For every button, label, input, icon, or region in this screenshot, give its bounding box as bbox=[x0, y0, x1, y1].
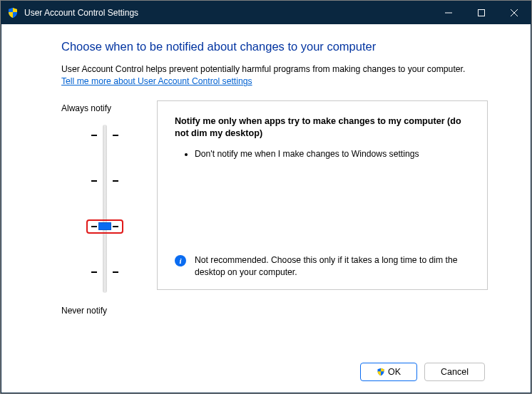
uac-shield-icon bbox=[7, 7, 19, 19]
info-icon: i bbox=[175, 255, 186, 266]
content-area: Choose when to be notified about changes… bbox=[1, 24, 531, 393]
selection-bullet: Don't notify me when I make changes to W… bbox=[195, 148, 470, 160]
notification-level-slider[interactable] bbox=[83, 119, 126, 299]
intro-paragraph: User Account Control helps prevent poten… bbox=[61, 63, 488, 88]
slider-bottom-label: Never notify bbox=[61, 306, 148, 316]
dialog-footer: OK Cancel bbox=[61, 348, 488, 381]
cancel-button-label: Cancel bbox=[441, 367, 469, 377]
selection-details-list: Don't notify me when I make changes to W… bbox=[175, 148, 470, 164]
page-headline: Choose when to be notified about changes… bbox=[61, 40, 488, 53]
intro-text: User Account Control helps prevent poten… bbox=[61, 64, 465, 74]
recommendation-row: i Not recommended. Choose this only if i… bbox=[175, 254, 470, 278]
selection-title: Notify me only when apps try to make cha… bbox=[175, 115, 470, 140]
learn-more-link[interactable]: Tell me more about User Account Control … bbox=[61, 76, 252, 86]
notification-slider-area: Always notify Never notify bbox=[61, 100, 148, 316]
slider-thumb[interactable] bbox=[98, 222, 111, 230]
slider-ticks bbox=[83, 119, 126, 299]
uac-settings-window: User Account Control Settings Choose whe… bbox=[1, 1, 531, 393]
selection-description-panel: Notify me only when apps try to make cha… bbox=[157, 100, 488, 290]
ok-button-label: OK bbox=[388, 367, 401, 377]
window-title: User Account Control Settings bbox=[24, 8, 138, 18]
ok-button[interactable]: OK bbox=[360, 363, 417, 381]
cancel-button[interactable]: Cancel bbox=[424, 363, 485, 381]
titlebar: User Account Control Settings bbox=[1, 1, 531, 24]
slider-top-label: Always notify bbox=[61, 103, 148, 113]
recommendation-text: Not recommended. Choose this only if it … bbox=[195, 254, 470, 278]
maximize-button[interactable] bbox=[465, 1, 498, 24]
svg-rect-1 bbox=[479, 10, 485, 16]
minimize-button[interactable] bbox=[432, 1, 465, 24]
uac-shield-icon bbox=[377, 368, 385, 376]
close-button[interactable] bbox=[498, 1, 531, 24]
